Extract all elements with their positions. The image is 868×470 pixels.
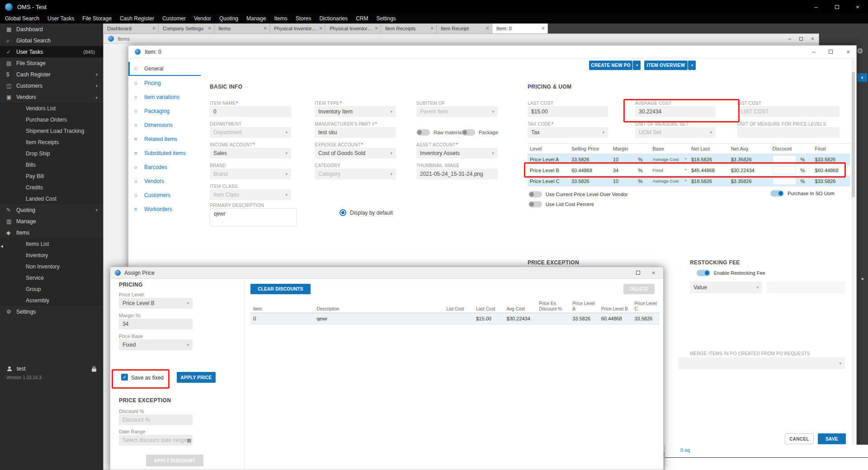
create-new-po-button[interactable]: CREATE NEW PO	[589, 61, 632, 70]
document-tab[interactable]: Physical Inventory... ×	[326, 24, 381, 33]
item-section-tab[interactable]: = Workorders	[128, 202, 201, 216]
category-dropdown[interactable]: Category	[315, 169, 396, 179]
sidebar-item[interactable]: ▥ Manage	[0, 216, 103, 227]
purchase-in-so-uom-toggle[interactable]: Purchase In SO Uom	[770, 190, 835, 197]
price-level-row[interactable]: Price Level C 33.5826 10 % Average Cost …	[528, 176, 850, 187]
maximize-icon[interactable]	[829, 50, 833, 54]
use-list-cost-percent-toggle[interactable]: Use List Cost Percent	[528, 201, 594, 207]
cancel-button[interactable]: CANCEL	[785, 433, 814, 444]
menu-item[interactable]: Vendor	[190, 14, 215, 24]
asset-account-dropdown[interactable]: Inventory Assets	[416, 148, 498, 159]
apply-price-button[interactable]: APPLY PRICE	[177, 372, 216, 383]
expand-panel-icon[interactable]: ▸	[862, 276, 864, 282]
menu-item[interactable]: File Storage	[78, 14, 116, 24]
create-new-po-dropdown-icon[interactable]: ▾	[633, 61, 641, 70]
sidebar-item[interactable]: Inventory	[0, 249, 103, 261]
maximize-icon[interactable]	[636, 271, 640, 275]
margin-input[interactable]: 34	[119, 319, 193, 329]
lock-icon[interactable]	[91, 366, 97, 372]
item-overview-button[interactable]: ITEM OVERVIEW	[644, 61, 688, 70]
item-overview-dropdown-icon[interactable]: ▾	[688, 61, 696, 70]
menu-item[interactable]: User Tasks	[43, 14, 78, 24]
close-icon[interactable]: ×	[846, 48, 850, 55]
tab-close-icon[interactable]: ×	[430, 25, 434, 32]
sidebar-item[interactable]: Bills	[0, 159, 103, 170]
tab-close-icon[interactable]: ×	[264, 25, 267, 32]
sidebar-item[interactable]: Non Inventory	[0, 261, 103, 272]
minimize-icon[interactable]: –	[812, 48, 815, 55]
minimize-icon[interactable]: –	[788, 36, 791, 42]
calendar-icon[interactable]: ▦	[187, 437, 191, 443]
sidebar-item[interactable]: ⌕ Global Search	[0, 35, 103, 46]
menu-item[interactable]: Dictionaries	[315, 14, 352, 24]
price-base-dropdown[interactable]: Fixed	[119, 339, 193, 350]
restocking-value-type-dropdown[interactable]: Value	[690, 282, 762, 293]
discount-input[interactable]	[773, 166, 796, 174]
income-account-dropdown[interactable]: Sales	[210, 148, 291, 159]
menu-item[interactable]: Manage	[242, 14, 270, 24]
use-current-price-level-toggle[interactable]: Use Current Price Level Over Vendor	[528, 191, 628, 197]
document-tab[interactable]: Item Receipts ×	[381, 24, 437, 33]
sq-link[interactable]: 0 sq	[680, 447, 690, 453]
price-level-row[interactable]: Price Level A 33.5826 10 % Average Cost …	[528, 154, 850, 165]
display-by-default-radio[interactable]: Display by default	[340, 209, 393, 216]
item-class-dropdown[interactable]: Item Class	[210, 189, 291, 200]
save-as-fixed-checkbox[interactable]	[121, 374, 128, 381]
panel-dropdown-button[interactable]: ▾	[857, 73, 867, 82]
uom-set-dropdown[interactable]: UOM Set	[635, 127, 716, 138]
expense-account-dropdown[interactable]: Cost of Goods Sold	[315, 148, 396, 159]
item-section-tab[interactable]: ○ Customers	[128, 188, 201, 202]
sidebar-item[interactable]: ◫ Customers ▾	[0, 80, 103, 91]
sidebar-item[interactable]: Purchase Orders	[0, 114, 103, 125]
date-range-input[interactable]: Select discount date range ▦	[119, 435, 193, 446]
item-section-tab[interactable]: ◇ General	[128, 62, 201, 76]
item-section-tab[interactable]: ○ Item variations	[128, 90, 201, 104]
average-cost-field[interactable]: 30.22434	[635, 106, 716, 117]
item-section-tab[interactable]: ○ Barcodes	[128, 160, 201, 174]
apply-discount-button[interactable]: APPLY DISCOUNT	[146, 455, 203, 466]
price-level-dropdown[interactable]: Price Level B	[119, 298, 193, 309]
close-icon[interactable]: ×	[847, 0, 868, 14]
menu-item[interactable]: Quoting	[215, 14, 242, 24]
discount-input[interactable]	[773, 155, 796, 163]
item-type-dropdown[interactable]: Inventory Item	[315, 106, 396, 117]
sidebar-item[interactable]: Assembly	[0, 295, 103, 306]
sidebar-item[interactable]: $ Cash Register ▾	[0, 69, 103, 80]
item-name-field[interactable]: 0	[210, 106, 291, 117]
discount-input[interactable]: Discount %	[119, 414, 193, 425]
sidebar-item[interactable]: ✓ User Tasks (845)	[0, 46, 103, 57]
delete-button[interactable]: DELETE	[623, 284, 655, 294]
document-tab[interactable]: Physical Inventory... ×	[270, 24, 326, 33]
raw-material-toggle[interactable]: Raw material	[416, 129, 462, 136]
document-tab[interactable]: Item Receipt ×	[437, 24, 492, 33]
merge-items-dropdown[interactable]	[679, 357, 845, 369]
price-base-dropdown[interactable]: Fixed	[652, 168, 687, 173]
sidebar-item[interactable]: Drop Ship	[0, 148, 103, 159]
save-button[interactable]: SAVE	[818, 433, 846, 444]
price-base-dropdown[interactable]: Average Cost	[652, 179, 687, 183]
sidebar-item[interactable]: Shipment Load Tracking	[0, 125, 103, 136]
sidebar-item[interactable]: Pay Bill	[0, 170, 103, 182]
sidebar-item[interactable]: Item Receipts	[0, 136, 103, 148]
item-section-tab[interactable]: = Substituted items	[128, 146, 201, 160]
menu-item[interactable]: Stores	[292, 14, 316, 24]
clear-discounts-button[interactable]: CLEAR DISCOUNTS	[250, 284, 311, 294]
tax-code-dropdown[interactable]: Tax	[528, 127, 608, 138]
document-tab[interactable]: Company Settings ×	[159, 24, 214, 33]
menu-item[interactable]: Cash Register	[116, 14, 158, 24]
sidebar-item[interactable]: ▦ Dashboard	[0, 24, 103, 35]
sidebar-item[interactable]: Vendors List	[0, 103, 103, 114]
sidebar-item[interactable]: Credits	[0, 182, 103, 193]
close-icon[interactable]: ×	[652, 270, 655, 276]
menu-item[interactable]: CRM	[352, 14, 372, 24]
menu-item[interactable]: Items	[270, 14, 291, 24]
sidebar-item[interactable]: Service	[0, 272, 103, 283]
item-section-tab[interactable]: ○ Pricing	[128, 76, 201, 90]
gear-icon[interactable]: ⚙	[857, 47, 863, 55]
tab-close-icon[interactable]: ×	[486, 25, 489, 32]
manufacturers-part-field[interactable]: test sku	[315, 127, 396, 138]
sidebar-item[interactable]: ⚙ Settings	[0, 306, 103, 317]
sidebar-item[interactable]: ◆ Items	[0, 227, 103, 238]
item-section-tab[interactable]: = Related items	[128, 132, 201, 146]
menu-item[interactable]: Settings	[372, 14, 400, 24]
